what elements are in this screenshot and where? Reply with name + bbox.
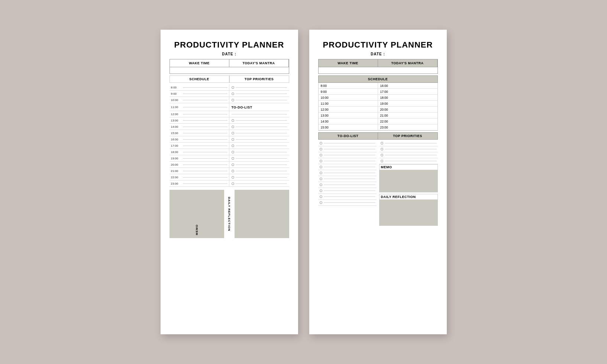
priority-line-todo-1 bbox=[229, 111, 289, 117]
right-wake-time-label: WAKE TIME bbox=[319, 59, 378, 67]
todo-5 bbox=[229, 149, 289, 155]
left-schedule-priorities: SCHEDULE TOP PRIORITIES bbox=[169, 75, 289, 83]
priority-7 bbox=[229, 136, 289, 142]
top-priorities-label: TOP PRIORITIES bbox=[229, 75, 289, 83]
priority-circle-6 bbox=[232, 132, 234, 134]
sched-row-1000: 10:00 bbox=[169, 97, 289, 103]
right-todo-2 bbox=[318, 146, 377, 152]
todo-circle-10 bbox=[232, 182, 234, 185]
todo-label-cell: TO-DO-LIST bbox=[229, 103, 289, 111]
todo-circle-9 bbox=[232, 176, 234, 179]
priority-2 bbox=[229, 91, 289, 97]
todo-label: TO-DO-LIST bbox=[232, 104, 252, 110]
right-sched-900: 9:00 bbox=[319, 89, 378, 95]
right-todo-9 bbox=[318, 188, 377, 194]
sched-row-2100: 21:00 bbox=[169, 168, 289, 174]
right-top-grid-empty-row bbox=[319, 67, 438, 74]
todo-check-4 bbox=[320, 160, 322, 162]
left-top-grid: WAKE TIME TODAY'S MANTRA bbox=[169, 59, 289, 74]
todo-check-11 bbox=[320, 201, 322, 204]
p-check-1 bbox=[381, 142, 383, 144]
time-1800: 18:00 bbox=[169, 149, 229, 155]
time-1200: 12:00 bbox=[169, 111, 229, 117]
todo-circle-8 bbox=[232, 170, 234, 172]
todo-8 bbox=[229, 168, 289, 174]
priority-circle-3 bbox=[232, 99, 234, 101]
right-todo-1 bbox=[318, 140, 377, 146]
right-todo-7 bbox=[318, 176, 377, 182]
todo-check-10 bbox=[320, 195, 322, 198]
time-1300: 13:00 bbox=[169, 117, 229, 123]
right-todays-mantra-label: TODAY'S MANTRA bbox=[378, 59, 438, 67]
priority-8 bbox=[229, 143, 289, 149]
sched-row-1500: 15:00 bbox=[169, 130, 289, 136]
priority-circle-2 bbox=[232, 92, 234, 95]
right-memo-box bbox=[379, 170, 438, 192]
todo-check-8 bbox=[320, 183, 322, 186]
schedule-label: SCHEDULE bbox=[169, 75, 229, 83]
right-priority-3 bbox=[379, 152, 438, 158]
right-todo-label: TO-DO-LIST bbox=[319, 133, 378, 139]
sched-row-2300: 23:00 bbox=[169, 181, 289, 187]
right-todo-4 bbox=[318, 158, 377, 164]
right-sched-1200: 12:00 bbox=[319, 107, 378, 113]
sched-row-1900: 19:00 bbox=[169, 155, 289, 162]
todo-10 bbox=[229, 181, 289, 186]
pages-container: PRODUCTIVITY PLANNER DATE : WAKE TIME TO… bbox=[161, 30, 447, 334]
todo-7 bbox=[229, 162, 289, 168]
todo-check-5 bbox=[320, 166, 322, 168]
time-1700: 17:00 bbox=[169, 143, 229, 149]
priority-6 bbox=[229, 130, 289, 136]
priority-4 bbox=[229, 117, 289, 123]
reflection-divider: DAILY REFLECTION bbox=[224, 190, 235, 238]
right-sched-1900: 19:00 bbox=[378, 101, 438, 107]
right-sched-2200: 22:00 bbox=[378, 118, 438, 124]
priority-3 bbox=[229, 97, 289, 103]
right-todo-priority-header: TO-DO-LIST TOP PRIORITIES bbox=[318, 132, 438, 140]
todays-mantra-label: TODAY'S MANTRA bbox=[229, 59, 289, 67]
priority-circle-5 bbox=[232, 126, 234, 128]
p-check-2 bbox=[381, 148, 383, 150]
todo-9 bbox=[229, 174, 289, 180]
todo-check-3 bbox=[320, 154, 322, 156]
priority-5 bbox=[229, 124, 289, 130]
time-1500: 15:00 bbox=[169, 130, 229, 136]
right-bottom-two-col: MEMO DAILY REFLECTION bbox=[318, 140, 438, 226]
right-top-priorities-label: TOP PRIORITIES bbox=[378, 133, 438, 139]
right-schedule-header: SCHEDULE bbox=[318, 75, 438, 83]
right-right-col: MEMO DAILY REFLECTION bbox=[379, 140, 438, 226]
sched-row-1300: 13:00 bbox=[169, 117, 289, 124]
left-title: PRODUCTIVITY PLANNER bbox=[169, 40, 289, 50]
right-todo-3 bbox=[318, 152, 377, 158]
sched-row-2200: 22:00 bbox=[169, 174, 289, 181]
right-sched-800: 8:00 bbox=[319, 83, 378, 89]
sched-row-1600: 16:00 bbox=[169, 136, 289, 143]
bottom-section: MEMO DAILY REFLECTION bbox=[169, 190, 289, 238]
right-priority-1 bbox=[379, 140, 438, 146]
right-top-grid: WAKE TIME TODAY'S MANTRA bbox=[318, 59, 438, 74]
right-todo-col bbox=[318, 140, 377, 226]
sched-row-1700: 17:00 bbox=[169, 143, 289, 149]
todo-check-1 bbox=[320, 142, 322, 144]
left-date: DATE : bbox=[169, 52, 289, 56]
right-todo-11 bbox=[318, 200, 377, 206]
right-sched-1500: 15:00 bbox=[319, 124, 378, 130]
right-date: DATE : bbox=[318, 52, 438, 56]
priority-circle-7 bbox=[232, 138, 234, 141]
left-page: PRODUCTIVITY PLANNER DATE : WAKE TIME TO… bbox=[161, 30, 298, 334]
top-grid-empty-row bbox=[170, 67, 289, 74]
time-1000: 10:00 bbox=[169, 97, 229, 103]
time-2300: 23:00 bbox=[169, 181, 229, 186]
right-todo-10 bbox=[318, 194, 377, 200]
time-2000: 20:00 bbox=[169, 162, 229, 168]
right-memo-header: MEMO bbox=[379, 164, 438, 170]
right-sched-1400: 14:00 bbox=[319, 118, 378, 124]
memo-label: MEMO bbox=[195, 224, 198, 235]
right-sched-2000: 20:00 bbox=[378, 107, 438, 113]
sched-row-1200: 12:00 bbox=[169, 111, 289, 117]
todo-circle-7 bbox=[232, 163, 234, 166]
right-sched-1100: 11:00 bbox=[319, 101, 378, 107]
sched-row-2000: 20:00 bbox=[169, 162, 289, 168]
right-todo-5 bbox=[318, 164, 377, 170]
right-page: PRODUCTIVITY PLANNER DATE : WAKE TIME TO… bbox=[309, 30, 447, 334]
